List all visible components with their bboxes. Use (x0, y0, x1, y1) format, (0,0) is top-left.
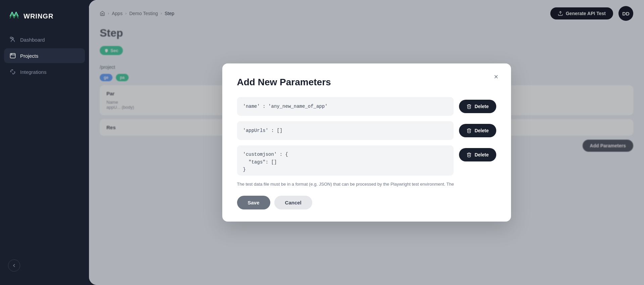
sidebar-item-dashboard[interactable]: Dashboard (4, 32, 85, 47)
delete-button-3[interactable]: Delete (459, 148, 496, 161)
main-content: › Apps › Demo Testing › Step Generate AP… (89, 0, 644, 285)
dashboard-icon (9, 36, 16, 43)
logo: WRINGR (0, 7, 89, 32)
sidebar-nav: Dashboard Projects Integrations (0, 32, 89, 79)
hint-text: The test data file must be in a format (… (237, 181, 496, 188)
projects-icon (9, 52, 16, 59)
logo-icon (8, 10, 20, 22)
modal-title: Add New Parameters (237, 77, 496, 88)
save-button[interactable]: Save (237, 196, 270, 209)
trash-icon-3 (466, 152, 472, 157)
sidebar-item-dashboard-label: Dashboard (20, 37, 45, 43)
integrations-icon (9, 68, 16, 75)
sidebar-item-integrations-label: Integrations (20, 69, 46, 75)
modal-overlay: × Add New Parameters Delete (89, 0, 644, 285)
modal: × Add New Parameters Delete (222, 63, 511, 222)
trash-icon-2 (466, 128, 472, 133)
sidebar-collapse (0, 253, 89, 278)
param-input-3[interactable]: 'customjson' : { "tags": [] } (237, 145, 454, 176)
modal-close-button[interactable]: × (491, 72, 502, 82)
trash-icon-1 (466, 104, 472, 109)
svg-rect-2 (10, 53, 15, 58)
sidebar-item-projects-label: Projects (20, 53, 38, 59)
delete-button-1[interactable]: Delete (459, 100, 496, 113)
param-input-1[interactable] (237, 97, 454, 116)
collapse-button[interactable] (8, 259, 20, 272)
cancel-button[interactable]: Cancel (274, 196, 312, 209)
modal-actions: Save Cancel (237, 196, 496, 209)
sidebar: WRINGR Dashboard Projects Integrations (0, 0, 89, 285)
param-row-3: 'customjson' : { "tags": [] } Delete (237, 145, 496, 176)
logo-text: WRINGR (24, 12, 53, 20)
param-row-2: Delete (237, 121, 496, 140)
delete-button-2[interactable]: Delete (459, 124, 496, 137)
sidebar-item-integrations[interactable]: Integrations (4, 64, 85, 79)
chevron-left-icon (11, 263, 17, 268)
svg-rect-1 (10, 37, 12, 39)
param-input-2[interactable] (237, 121, 454, 140)
sidebar-item-projects[interactable]: Projects (4, 48, 85, 63)
param-row-1: Delete (237, 97, 496, 116)
